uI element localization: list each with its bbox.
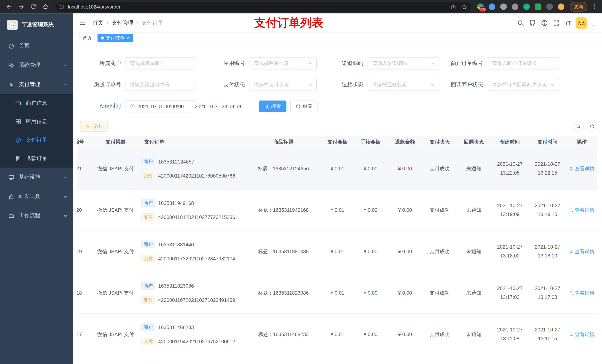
table-row[interactable]: 20微信 JSAPI 支付商户1635311949168支付4200001181… [77, 189, 597, 231]
back-button[interactable] [4, 1, 14, 12]
export-button[interactable]: 导出 [80, 121, 107, 132]
filter-pay-status-select[interactable]: 请选择支付状态 [249, 79, 317, 91]
cell-channel: 微信 JSAPI 支付 [90, 313, 141, 355]
view-detail-link[interactable]: 查看详情 [569, 165, 595, 172]
reload-button[interactable] [28, 1, 39, 12]
bookmark-star-icon[interactable] [461, 4, 467, 10]
cell-id: 19 [77, 231, 90, 272]
extension-icon[interactable]: 10 [477, 3, 484, 10]
sidebar-item-system[interactable]: 系统管理 [0, 56, 73, 75]
pay-time: 13:17:08 [529, 293, 566, 301]
tag-1[interactable]: 支付订单× [97, 34, 133, 42]
view-detail-link[interactable]: 查看详情 [569, 207, 595, 213]
sidebar-toggle-icon[interactable] [79, 19, 86, 26]
cell-id: 21 [77, 148, 90, 189]
breadcrumb: 首页/支付管理/支付订单 [93, 20, 163, 26]
table-row[interactable]: 19微信 JSAPI 支付商户1635311881440支付4200001173… [77, 231, 597, 272]
extension-icon[interactable] [489, 3, 495, 10]
home-button[interactable] [40, 1, 51, 12]
sidebar-item-dev-tools[interactable]: 研发工具 [0, 187, 73, 206]
cell-amount: ¥ 0.01 [322, 272, 353, 314]
pay-date: 2021-10-27 [529, 243, 566, 251]
caret-down-icon[interactable] [592, 23, 596, 27]
sidebar-item-label: 研发工具 [19, 193, 59, 200]
forward-button[interactable] [16, 1, 26, 12]
breadcrumb-item[interactable]: 支付管理 [112, 20, 133, 26]
extension-icon[interactable]: ✓ [524, 3, 530, 10]
reset-button[interactable]: 重置 [290, 100, 318, 112]
breadcrumb-item[interactable]: 首页 [93, 20, 103, 26]
search-icon[interactable] [517, 20, 524, 26]
pay-badge: 支付 [141, 296, 155, 304]
search-button[interactable]: 搜索 [259, 100, 286, 112]
extension-icon[interactable] [547, 3, 553, 10]
refresh-icon [590, 124, 595, 129]
table-row[interactable]: 17微信 JSAPI 支付商户1635311468233支付4200001194… [77, 313, 597, 355]
app-logo[interactable]: 芋道管理系统 [0, 13, 73, 36]
filter-merchant-order-no-input[interactable]: 请输入商户订单编号 [488, 57, 559, 69]
font-size-icon[interactable]: тT [565, 20, 570, 26]
view-detail-link[interactable]: 查看详情 [569, 331, 595, 338]
sidebar-item-merchant-info[interactable]: 商户信息 [0, 94, 73, 113]
page-annotation: 支付订单列表 [254, 15, 323, 31]
sidebar-item-workflow[interactable]: 工作流程 [0, 206, 73, 225]
table-row[interactable]: 21微信 JSAPI 支付商户1635312124657支付4200001174… [77, 148, 597, 189]
help-icon[interactable] [541, 20, 548, 26]
title-value: 1635311823086 [273, 290, 309, 296]
cell-fee: ¥ 0.00 [353, 148, 388, 189]
filter-item-pay-status: 支付状态请选择支付状态 [195, 74, 317, 95]
cell-order: 商户1635311881440支付42000011732021102728479… [141, 231, 245, 272]
chevron-down-icon [430, 61, 435, 66]
tag-close-icon[interactable]: × [126, 35, 129, 41]
address-bar[interactable]: localhost:1024/pay/order [55, 2, 471, 12]
sidebar-item-refund-order[interactable]: 退款订单 [0, 149, 73, 168]
fullscreen-icon[interactable] [553, 20, 560, 26]
filter-channel-code-select[interactable]: 请输入渠道编码 [368, 57, 439, 69]
extension-icon[interactable] [500, 3, 507, 10]
browser-update-button[interactable]: 更新 [570, 2, 587, 11]
filter-notify-status-select[interactable]: 请选择订单回调商户状态 [488, 79, 559, 91]
breadcrumb-item[interactable]: 支付订单 [142, 20, 163, 26]
sidebar-item-pay-order[interactable]: 支付订单 [0, 131, 73, 149]
sidebar-item-home[interactable]: 首页 [0, 36, 73, 56]
magnifier-icon [569, 291, 573, 295]
table-row[interactable]: 商户1635311157126 [77, 355, 597, 364]
cell-id: 17 [77, 313, 90, 355]
table-header-row: 编号支付渠道支付订单商品标题支付金额手续金额退款金额支付状态回调状态创建时间支付… [77, 136, 597, 148]
filter-label: 回调商户状态 [439, 81, 483, 88]
cell-pay-time: 2021-10-2713:11:15 [529, 313, 566, 355]
sidebar-item-payment[interactable]: ¥支付管理 [0, 75, 73, 94]
chevron-down-icon [308, 83, 312, 87]
view-detail-link[interactable]: 查看详情 [569, 248, 595, 255]
extension-icon[interactable] [512, 3, 518, 10]
merchant-order-no: 1635311881440 [158, 241, 194, 247]
refresh-table-button[interactable] [587, 121, 597, 132]
site-info-icon[interactable] [59, 4, 64, 10]
filter-refund-status-select[interactable]: 请选择退款状态 [368, 79, 439, 91]
filter-app-no-select[interactable]: 请选择应用信息 [249, 57, 317, 69]
extension-icon[interactable] [535, 3, 541, 10]
view-detail-link[interactable]: 查看详情 [569, 290, 595, 296]
sidebar-item-app-info[interactable]: 应用信息 [0, 113, 73, 131]
github-icon[interactable] [529, 20, 536, 26]
date-range-input[interactable]: 2021-10-01 00:00:00 - 2021-10-31 23:59:5… [126, 100, 195, 112]
share-icon[interactable] [450, 4, 456, 10]
table-row[interactable]: 18微信 JSAPI 支付商户1635311823086支付4200001167… [77, 272, 597, 314]
extension-icon[interactable] [558, 3, 564, 10]
merchant-order-no: 1635312124657 [158, 159, 194, 165]
filter-channel-order-no-input[interactable]: 请输入渠道订单号 [126, 79, 195, 91]
filter-merchant-input[interactable]: 请选择所属商户 [126, 57, 195, 69]
tag-0[interactable]: 首页 [79, 34, 95, 42]
sidebar-item-label: 商户信息 [26, 100, 68, 106]
check-icon: ✓ [524, 3, 530, 10]
sidebar-item-infrastructure[interactable]: 基础设施 [0, 167, 73, 187]
search-icon [576, 124, 581, 129]
cell-status [422, 355, 457, 364]
pay-time: 13:22:15 [529, 169, 566, 177]
view-detail-label: 查看详情 [575, 165, 595, 172]
browser-menu-icon[interactable] [591, 3, 598, 10]
user-avatar[interactable] [576, 17, 587, 29]
hide-search-button[interactable] [573, 121, 583, 132]
sidebar-item-label: 基础设施 [19, 174, 59, 181]
sidebar-submenu: 商户信息应用信息支付订单退款订单 [0, 94, 73, 167]
